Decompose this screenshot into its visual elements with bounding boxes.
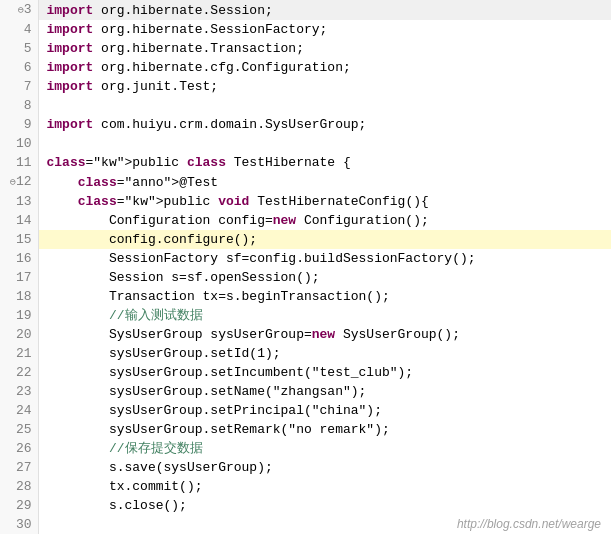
table-row: 8 — [0, 96, 611, 115]
line-number: 16 — [0, 249, 38, 268]
code-line: s.save(sysUserGroup); — [38, 458, 611, 477]
line-number: 27 — [0, 458, 38, 477]
code-line: Transaction tx=s.beginTransaction(); — [38, 287, 611, 306]
table-row: 13 class="kw">public void TestHibernateC… — [0, 192, 611, 211]
code-line: class="anno">@Test — [38, 172, 611, 192]
code-line — [38, 96, 611, 115]
table-row: ⊖3import org.hibernate.Session; — [0, 0, 611, 20]
line-number: ⊖12 — [0, 172, 38, 192]
line-number: ⊖3 — [0, 0, 38, 20]
table-row: 22 sysUserGroup.setIncumbent("test_club"… — [0, 363, 611, 382]
line-number: 19 — [0, 306, 38, 325]
table-row: 29 s.close(); — [0, 496, 611, 515]
code-table: ⊖3import org.hibernate.Session;4import o… — [0, 0, 611, 534]
code-line: SysUserGroup sysUserGroup=new SysUserGro… — [38, 325, 611, 344]
line-number: 17 — [0, 268, 38, 287]
table-row: 6import org.hibernate.cfg.Configuration; — [0, 58, 611, 77]
line-number: 21 — [0, 344, 38, 363]
code-line: Configuration config=new Configuration()… — [38, 211, 611, 230]
line-number: 11 — [0, 153, 38, 172]
table-row: 27 s.save(sysUserGroup); — [0, 458, 611, 477]
table-row: 4import org.hibernate.SessionFactory; — [0, 20, 611, 39]
code-line: s.close(); — [38, 496, 611, 515]
line-number: 5 — [0, 39, 38, 58]
table-row: 23 sysUserGroup.setName("zhangsan"); — [0, 382, 611, 401]
code-line: tx.commit(); — [38, 477, 611, 496]
line-number: 24 — [0, 401, 38, 420]
code-line: Session s=sf.openSession(); — [38, 268, 611, 287]
line-number: 30 — [0, 515, 38, 534]
table-row: 20 SysUserGroup sysUserGroup=new SysUser… — [0, 325, 611, 344]
line-number: 13 — [0, 192, 38, 211]
code-line: import org.hibernate.Session; — [38, 0, 611, 20]
line-number: 25 — [0, 420, 38, 439]
line-number: 10 — [0, 134, 38, 153]
table-row: 11class="kw">public class TestHibernate … — [0, 153, 611, 172]
table-row: 7import org.junit.Test; — [0, 77, 611, 96]
table-row: 5import org.hibernate.Transaction; — [0, 39, 611, 58]
table-row: 14 Configuration config=new Configuratio… — [0, 211, 611, 230]
code-line: SessionFactory sf=config.buildSessionFac… — [38, 249, 611, 268]
table-row: 9import com.huiyu.crm.domain.SysUserGrou… — [0, 115, 611, 134]
line-number: 18 — [0, 287, 38, 306]
fold-icon[interactable]: ⊖ — [18, 5, 24, 16]
table-row: ⊖12 class="anno">@Test — [0, 172, 611, 192]
table-row: 15 config.configure(); — [0, 230, 611, 249]
code-line: sysUserGroup.setPrincipal("china"); — [38, 401, 611, 420]
line-number: 7 — [0, 77, 38, 96]
fold-icon[interactable]: ⊖ — [10, 177, 16, 188]
line-number: 14 — [0, 211, 38, 230]
table-row: 16 SessionFactory sf=config.buildSession… — [0, 249, 611, 268]
line-number: 6 — [0, 58, 38, 77]
line-number: 26 — [0, 439, 38, 458]
code-line: import org.hibernate.cfg.Configuration; — [38, 58, 611, 77]
code-line: sysUserGroup.setIncumbent("test_club"); — [38, 363, 611, 382]
line-number: 15 — [0, 230, 38, 249]
code-line: config.configure(); — [38, 230, 611, 249]
line-number: 4 — [0, 20, 38, 39]
code-line: import org.hibernate.SessionFactory; — [38, 20, 611, 39]
code-line — [38, 134, 611, 153]
table-row: 19 //输入测试数据 — [0, 306, 611, 325]
table-row: 25 sysUserGroup.setRemark("no remark"); — [0, 420, 611, 439]
table-row: 21 sysUserGroup.setId(1); — [0, 344, 611, 363]
code-line: sysUserGroup.setRemark("no remark"); — [38, 420, 611, 439]
code-line: import com.huiyu.crm.domain.SysUserGroup… — [38, 115, 611, 134]
table-row: 17 Session s=sf.openSession(); — [0, 268, 611, 287]
watermark: http://blog.csdn.net/wearge — [457, 517, 601, 531]
line-number: 22 — [0, 363, 38, 382]
code-editor: ⊖3import org.hibernate.Session;4import o… — [0, 0, 611, 539]
line-number: 23 — [0, 382, 38, 401]
line-number: 20 — [0, 325, 38, 344]
table-row: 28 tx.commit(); — [0, 477, 611, 496]
table-row: 26 //保存提交数据 — [0, 439, 611, 458]
table-row: 10 — [0, 134, 611, 153]
code-line: import org.junit.Test; — [38, 77, 611, 96]
table-row: 18 Transaction tx=s.beginTransaction(); — [0, 287, 611, 306]
code-line: //保存提交数据 — [38, 439, 611, 458]
code-line: import org.hibernate.Transaction; — [38, 39, 611, 58]
table-row: 24 sysUserGroup.setPrincipal("china"); — [0, 401, 611, 420]
line-number: 29 — [0, 496, 38, 515]
line-number: 8 — [0, 96, 38, 115]
code-line: class="kw">public class TestHibernate { — [38, 153, 611, 172]
code-line: sysUserGroup.setName("zhangsan"); — [38, 382, 611, 401]
code-line: class="kw">public void TestHibernateConf… — [38, 192, 611, 211]
code-line: sysUserGroup.setId(1); — [38, 344, 611, 363]
line-number: 28 — [0, 477, 38, 496]
code-line: //输入测试数据 — [38, 306, 611, 325]
line-number: 9 — [0, 115, 38, 134]
